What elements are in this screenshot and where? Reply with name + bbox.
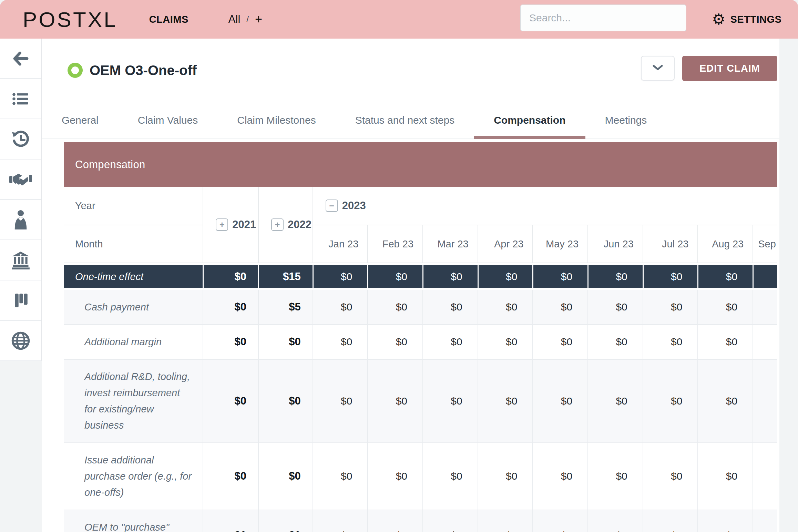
value-month: $0 — [367, 442, 422, 510]
group-total-row: One-time effect$0$15$0$0$0$0$0$0$0$0 — [64, 263, 777, 290]
year-column-2022: +2022 — [258, 187, 313, 263]
value-month: $0 — [532, 324, 587, 359]
more-actions-button[interactable] — [641, 56, 675, 81]
value-2022: $15 — [258, 263, 313, 290]
month-column-header: Aug 23 — [697, 225, 753, 263]
row-label: Additional margin — [64, 324, 203, 359]
value-month: $0 — [422, 263, 478, 290]
sidebar-item-history[interactable] — [0, 119, 41, 160]
nav-claims[interactable]: CLAIMS — [149, 14, 188, 25]
sidebar-item-bank[interactable] — [0, 240, 41, 280]
value-month: $0 — [367, 359, 422, 442]
value-2021: $0 — [203, 359, 258, 442]
expand-2022-button[interactable]: + — [271, 218, 284, 231]
month-column-header: Feb 23 — [367, 225, 422, 263]
row-label: Issue additional purchase order (e.g., f… — [64, 442, 203, 510]
value-month: $0 — [367, 263, 422, 290]
sidebar-item-kanban[interactable] — [0, 280, 41, 321]
value-month: $0 — [478, 290, 533, 324]
breadcrumb-current-tab[interactable]: All — [228, 13, 240, 25]
value-month: $0 — [313, 510, 368, 532]
value-partial — [753, 263, 777, 290]
row-label: OEM to "purchase" tooling — [64, 510, 203, 532]
sidebar-item-list[interactable] — [0, 79, 41, 119]
value-2021: $0 — [203, 263, 258, 290]
year-2023-label: 2023 — [342, 200, 366, 212]
value-month: $0 — [697, 263, 753, 290]
section-title: Compensation — [75, 158, 145, 171]
table-row: OEM to "purchase" tooling$0$0$0$0$0$0$0$… — [64, 510, 777, 532]
row-label: Additional R&D, tooling, invest reimburs… — [64, 359, 203, 442]
table-row: Additional margin$0$0$0$0$0$0$0$0$0$0 — [64, 324, 777, 359]
value-2022: $0 — [258, 442, 313, 510]
tab-claim-values[interactable]: Claim Values — [118, 102, 218, 139]
tab-status-and-next-steps[interactable]: Status and next steps — [336, 102, 474, 139]
tab-compensation[interactable]: Compensation — [474, 102, 585, 139]
expand-2021-button[interactable]: + — [216, 218, 228, 231]
section-header-bar: Compensation — [64, 142, 777, 187]
tab-meetings[interactable]: Meetings — [585, 102, 667, 139]
value-month: $0 — [587, 510, 643, 532]
sidebar-item-back[interactable] — [0, 39, 41, 79]
kanban-icon — [12, 292, 29, 309]
value-2021: $0 — [203, 510, 258, 532]
value-month: $0 — [532, 510, 587, 532]
collapse-2023-button[interactable]: − — [326, 200, 338, 212]
value-month: $0 — [313, 324, 368, 359]
history-icon — [11, 130, 30, 149]
value-month: $0 — [697, 510, 753, 532]
tab-general[interactable]: General — [42, 102, 118, 139]
top-bar: POSTXL CLAIMS All / + ⚙ SETTINGS — [0, 0, 798, 39]
value-2022: $0 — [258, 324, 313, 359]
table-row: Additional R&D, tooling, invest reimburs… — [64, 359, 777, 442]
tabs: GeneralClaim ValuesClaim MilestonesStatu… — [42, 102, 779, 139]
edit-claim-button[interactable]: EDIT CLAIM — [682, 56, 777, 81]
value-month: $0 — [367, 510, 422, 532]
sidebar-item-globe[interactable] — [0, 321, 41, 361]
value-2021: $0 — [203, 290, 258, 324]
value-2021: $0 — [203, 324, 258, 359]
year-row-label: Year — [64, 187, 203, 225]
sidebar-item-handshake[interactable] — [0, 160, 41, 200]
value-2022: $0 — [258, 510, 313, 532]
tab-claim-milestones[interactable]: Claim Milestones — [217, 102, 335, 139]
list-icon — [12, 90, 30, 108]
value-month: $0 — [697, 442, 753, 510]
value-month: $0 — [367, 324, 422, 359]
page-title: OEM O3-One-off — [90, 63, 197, 78]
year-header-row: Year +2021 +2022 −2023 — [64, 187, 777, 225]
chevron-down-icon — [653, 65, 663, 72]
value-month: $0 — [643, 359, 698, 442]
value-month: $0 — [422, 510, 478, 532]
table-row: Cash payment$0$5$0$0$0$0$0$0$0$0 — [64, 290, 777, 324]
value-partial — [753, 442, 777, 510]
value-month: $0 — [532, 263, 587, 290]
value-month: $0 — [422, 442, 478, 510]
value-month: $0 — [532, 359, 587, 442]
value-partial — [753, 290, 777, 324]
value-month: $0 — [587, 442, 643, 510]
value-month: $0 — [643, 290, 698, 324]
month-column-header: Jul 23 — [643, 225, 698, 263]
value-month: $0 — [532, 442, 587, 510]
value-2022: $0 — [258, 359, 313, 442]
breadcrumb: All / + — [228, 13, 262, 25]
value-partial — [753, 324, 777, 359]
add-tab-button[interactable]: + — [255, 13, 262, 25]
value-month: $0 — [587, 290, 643, 324]
value-month: $0 — [587, 324, 643, 359]
value-month: $0 — [422, 324, 478, 359]
table-row: Issue additional purchase order (e.g., f… — [64, 442, 777, 510]
value-month: $0 — [478, 324, 533, 359]
value-partial — [753, 510, 777, 532]
year-2022-label: 2022 — [288, 218, 311, 231]
value-2021: $0 — [203, 442, 258, 510]
settings-button[interactable]: ⚙ SETTINGS — [712, 0, 781, 39]
month-column-header: Jun 23 — [587, 225, 643, 263]
bank-icon — [11, 251, 30, 269]
value-month: $0 — [643, 263, 698, 290]
search-input[interactable] — [520, 4, 686, 31]
value-month: $0 — [587, 359, 643, 442]
sidebar-item-person[interactable] — [0, 200, 41, 240]
year-column-2021: +2021 — [203, 187, 258, 263]
